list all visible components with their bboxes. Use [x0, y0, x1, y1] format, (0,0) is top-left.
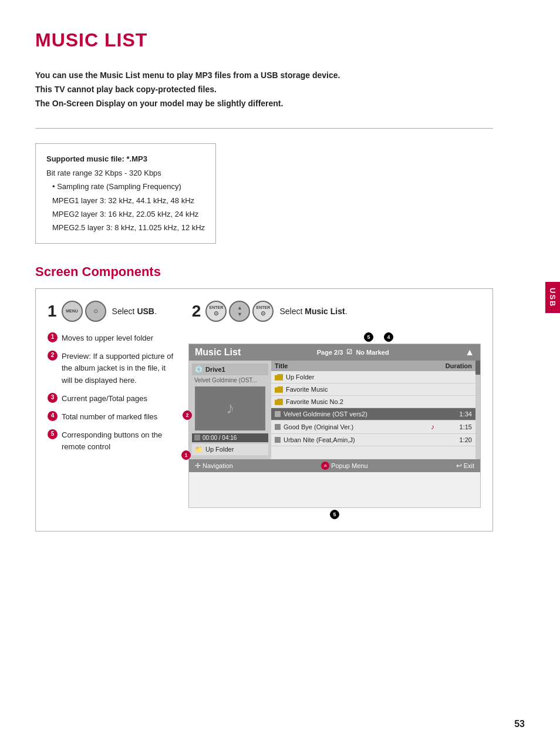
step-2-label: Select Music List.	[279, 307, 347, 316]
ann-text-4: Total number of marked files	[62, 411, 157, 423]
file-row-2: Favorite Music	[271, 383, 475, 396]
note-icon-5: ♪	[431, 423, 434, 431]
intro-line2: This TV cannot play back copy-protected …	[35, 83, 493, 97]
tv-screen-area: 5 4 Music List Page 2/3 ☑ No Marked	[188, 332, 481, 519]
file-name-4: Velvet Goldmine (OST vers2)	[284, 410, 437, 418]
file-name-6: Urban Nite (Feat,Amin,J)	[284, 436, 437, 443]
step-2-number: 2	[192, 303, 201, 319]
callout-5-row: 5	[188, 510, 481, 519]
file-row-6: Urban Nite (Feat,Amin,J) 1:20	[271, 434, 475, 446]
info-box-line3: MPEG2 layer 3: 16 kHz, 22.05 kHz, 24 kHz	[46, 207, 205, 221]
drive-subtitle: Velvet Goldmine (OST...	[192, 377, 268, 383]
exit-icon: ↩	[456, 462, 462, 470]
steps-row: 1 MENU ⊙ Select USB. 2 E	[48, 301, 481, 322]
info-box-title: Supported music file: *.MP3	[46, 152, 205, 166]
ann-badge-1: 1	[48, 332, 58, 342]
nav-updown-icon: ▲ ▼	[229, 301, 250, 322]
nav-label: Navigation	[203, 462, 233, 469]
page-title: MUSIC LIST	[35, 29, 493, 51]
annotation-5: 5 Corresponding buttons on the remote co…	[48, 429, 177, 454]
intro-line3: The On-Screen Display on your model may …	[35, 97, 493, 111]
album-art: ♪	[195, 386, 265, 430]
ann-badge-4: 4	[48, 411, 58, 421]
music-note-icon: ♪	[226, 399, 234, 418]
file-row-4: Velvet Goldmine (OST vers2) 1:34	[271, 408, 475, 420]
info-box-line2: MPEG1 layer 3: 32 kHz, 44.1 kHz, 48 kHz	[46, 194, 205, 207]
tv-bottom-bar: ✛ Navigation a Popup Menu ↩ Exit	[189, 459, 480, 472]
ann-text-3: Current page/Total pages	[62, 393, 147, 405]
file-duration-5: 1:15	[437, 423, 472, 430]
annotation-1: 1 Moves to upper level folder	[48, 332, 177, 345]
up-folder-bar: 📁 Up Folder	[192, 444, 268, 455]
step-1-label: Select USB.	[112, 307, 157, 316]
enter-button-1-icon: ENTER ⊙	[205, 301, 227, 322]
callout-3: 5	[364, 332, 373, 342]
menu-button-icon: MENU	[62, 301, 83, 322]
nav-cross-icon: ✛	[195, 462, 201, 470]
callout-badge-3: 5	[364, 332, 373, 342]
music-icon-4	[275, 411, 281, 417]
callout-row: 5 4	[188, 332, 481, 342]
annotation-2: 2 Preview: If a supported picture of the…	[48, 351, 177, 387]
side-tab: USB	[545, 282, 560, 313]
tv-page-info: Page 2/3 ☑ No Marked	[317, 348, 389, 356]
exit-label: Exit	[464, 462, 474, 469]
ann-badge-2: 2	[48, 351, 58, 361]
annotation-4: 4 Total number of marked files	[48, 411, 177, 423]
ann-badge-3: 3	[48, 393, 58, 403]
file-name-3: Favorite Music No.2	[286, 398, 437, 405]
file-duration-4: 1:34	[437, 410, 472, 418]
col-header-duration: Duration	[437, 362, 472, 369]
step-2: 2 ENTER ⊙ ▲ ▼ ENTER ⊙	[192, 301, 348, 322]
file-row-1: Up Folder	[271, 371, 475, 383]
page-number: 53	[514, 719, 525, 729]
file-name-5: Good Bye (Original Ver.)	[284, 423, 431, 430]
scroll-thumb	[475, 361, 480, 375]
check-icon: ☑	[346, 348, 352, 356]
info-box-bullet1: • Sampling rate (Sampling Frequency)	[46, 180, 205, 193]
info-box-line1: Bit rate range 32 Kbps - 320 Kbps	[46, 166, 205, 180]
tv-header: Music List Page 2/3 ☑ No Marked ▲	[189, 344, 480, 361]
section-title: Screen Components	[35, 264, 493, 280]
intro-section: You can use the Music List menu to play …	[35, 69, 493, 110]
up-folder-icon: 📁	[195, 446, 203, 453]
scroll-bar[interactable]	[475, 361, 480, 459]
annotations-panel: 1 Moves to upper level folder 2 Preview:…	[48, 332, 177, 459]
step-1-number: 1	[48, 303, 57, 319]
section-divider	[35, 128, 493, 129]
info-box-line4: MPEG2.5 layer 3: 8 kHz, 11.025 kHz, 12 k…	[46, 221, 205, 234]
exit-btn: ↩ Exit	[456, 462, 474, 470]
play-icon	[194, 435, 200, 440]
ann-text-2: Preview: If a supported picture of the a…	[62, 351, 177, 387]
intro-line1: You can use the Music List menu to play …	[35, 69, 493, 83]
callout-badge-5b: 5	[330, 510, 339, 519]
tv-col-headers: Title Duration	[271, 361, 475, 371]
navigation-btn: ✛ Navigation	[195, 462, 233, 470]
enter-button-2-icon: ENTER ⊙	[252, 301, 274, 322]
file-row-5: Good Bye (Original Ver.) ♪ 1:15	[271, 420, 475, 434]
file-duration-6: 1:20	[437, 436, 472, 443]
tv-screen: Music List Page 2/3 ☑ No Marked ▲	[188, 344, 481, 508]
file-name-1: Up Folder	[286, 374, 437, 381]
time-bar: 00:00 / 04:16	[192, 433, 268, 442]
time-display: 00:00 / 04:16	[203, 435, 237, 441]
nav-disk-icon: ⊙	[85, 301, 106, 322]
drive-icon: 💿	[194, 365, 203, 374]
drive-item: 💿 Drive1	[192, 364, 268, 375]
ann-text-1: Moves to upper level folder	[62, 332, 153, 345]
info-box: Supported music file: *.MP3 Bit rate ran…	[35, 143, 216, 243]
music-icon-5	[275, 424, 281, 430]
popup-circle-icon: a	[321, 462, 329, 470]
tv-music-list-title: Music List	[195, 347, 241, 358]
callout-badge-4: 4	[384, 332, 393, 342]
step-1: 1 MENU ⊙ Select USB.	[48, 301, 157, 322]
tv-left-panel: 💿 Drive1 Velvet Goldmine (OST... ♪ 00:00…	[189, 361, 271, 459]
popup-btn: a Popup Menu	[321, 462, 367, 470]
file-name-2: Favorite Music	[286, 386, 437, 393]
step-1-icons: MENU ⊙	[62, 301, 106, 322]
annotation-3: 3 Current page/Total pages	[48, 393, 177, 405]
folder-icon-3	[275, 398, 283, 405]
popup-label: Popup Menu	[331, 462, 367, 469]
step-2-icons: ENTER ⊙ ▲ ▼ ENTER ⊙	[205, 301, 274, 322]
screen-demo-box: 1 MENU ⊙ Select USB. 2 E	[35, 288, 493, 531]
